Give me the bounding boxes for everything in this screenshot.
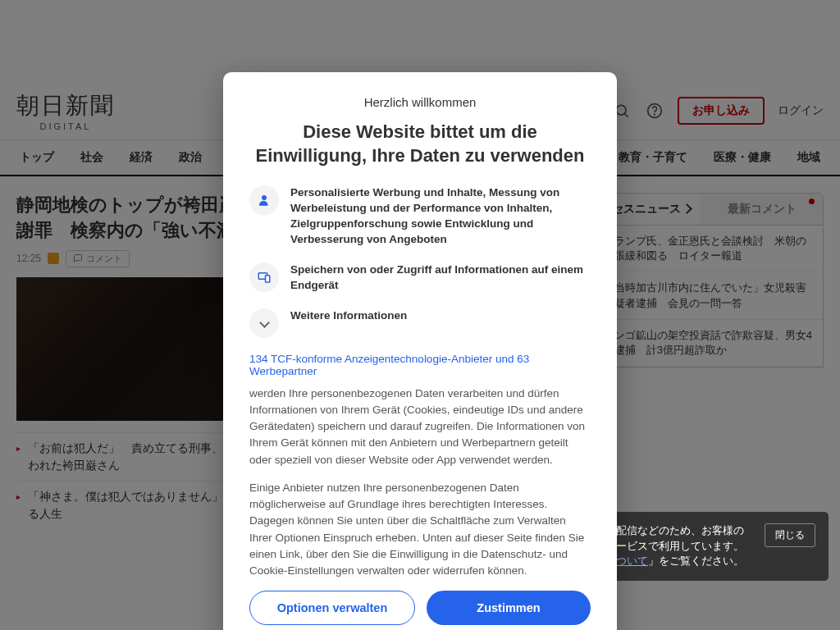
more-info-label: Weitere Informationen	[290, 308, 407, 324]
vendor-partners-link[interactable]: 134 TCF-konforme Anzeigentechnologie-Anb…	[249, 353, 591, 377]
more-info-toggle[interactable]: Weitere Informationen	[249, 308, 591, 338]
toast-close-button[interactable]: 閉じる	[765, 523, 815, 547]
svg-rect-6	[266, 276, 270, 282]
consent-purpose-2: Speichern von oder Zugriff auf Informati…	[290, 262, 591, 294]
device-icon	[249, 262, 279, 292]
modal-title: Diese Website bittet um die Einwilligung…	[249, 121, 591, 167]
svg-point-4	[262, 195, 267, 200]
consent-purpose-1: Personalisierte Werbung und Inhalte, Mes…	[290, 185, 591, 248]
accept-button[interactable]: Zustimmen	[427, 591, 591, 625]
modal-description-2: Einige Anbieter nutzen Ihre personenbezo…	[249, 480, 591, 580]
chevron-down-icon	[249, 308, 279, 338]
modal-greeting: Herzlich willkommen	[249, 95, 591, 109]
consent-modal: Herzlich willkommen Diese Website bittet…	[223, 72, 617, 630]
person-icon	[249, 185, 279, 215]
manage-options-button[interactable]: Optionen verwalten	[249, 591, 415, 625]
modal-description-1: werden Ihre personenbezogenen Daten vera…	[249, 386, 591, 468]
